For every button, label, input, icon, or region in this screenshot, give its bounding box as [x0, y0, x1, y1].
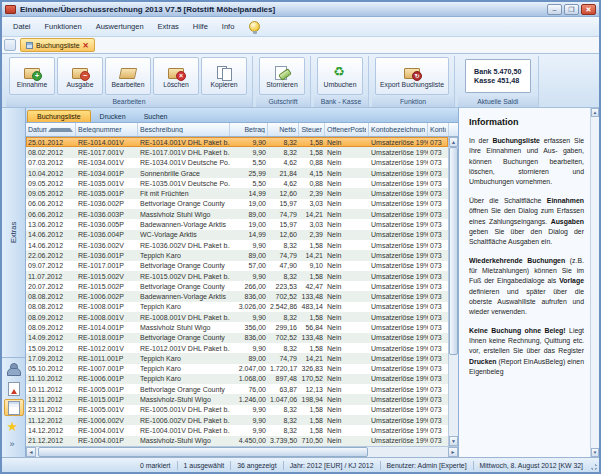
tip-bulb-icon[interactable]: [249, 21, 260, 32]
column-header-beschreibung[interactable]: Beschreibung: [138, 123, 230, 136]
table-row[interactable]: 14.06.2012RE-1036.004PWC-Vorlage Arktis1…: [26, 230, 448, 240]
table-row[interactable]: 14.06.2012RE-1036.002VRE-1036.002V DHL P…: [26, 240, 448, 250]
table-row[interactable]: 10.04.2012RE-1034.001PSonnenbrille Grace…: [26, 168, 448, 178]
cell-datum: 14.06.2012: [26, 241, 76, 250]
loeschen-button[interactable]: Löschen: [153, 57, 199, 95]
user-icon-button[interactable]: [4, 361, 24, 378]
table-row[interactable]: 11.12.2012RE-1006.002VRE-1006.002V DHL P…: [26, 415, 448, 425]
table-row[interactable]: 21.12.2012RE-1004.001PMassivholz-Stuhl W…: [26, 436, 448, 446]
cell-offenerposten: Nein: [325, 344, 369, 353]
cell-steuer: 1,58: [299, 241, 325, 250]
table-row[interactable]: 07.03.2012RE-1034.001VRE-1034.001V Deuts…: [26, 158, 448, 168]
maximize-button[interactable]: ❐: [564, 4, 579, 15]
vertical-scroll-thumb[interactable]: [449, 147, 458, 355]
document-tab-buchungsliste[interactable]: Buchungsliste ✕: [20, 38, 95, 52]
subtab-suchen[interactable]: Suchen: [135, 111, 177, 122]
table-row[interactable]: 11.07.2012RE-1015.002VRE-1015.002V DHL P…: [26, 271, 448, 281]
horizontal-scroll-track[interactable]: [36, 447, 448, 457]
column-header-steuer[interactable]: Steuer: [299, 123, 325, 136]
table-row[interactable]: 14.09.2012RE-1018.001PBettvorlage Orange…: [26, 333, 448, 343]
menu-item-datei[interactable]: Datei: [6, 19, 38, 34]
status-items: 0 markiert1 ausgewählt36 angezeigtJahr: …: [134, 461, 589, 470]
kopieren-button[interactable]: Kopieren: [201, 57, 247, 95]
table-row[interactable]: 09.05.2012RE-1035.001VRE-1035.001V Deuts…: [26, 178, 448, 188]
cell-belegnummer: RE-1012.001V: [76, 344, 138, 353]
cell-beschreibung: RE-1014.001V DHL Paket b...: [138, 138, 230, 147]
column-header-kontobezeichnung[interactable]: Kontobezeichnung: [369, 123, 428, 136]
stornieren-button[interactable]: Stornieren: [259, 57, 305, 95]
umbuchen-button[interactable]: Umbuchen: [317, 57, 363, 95]
cell-datum: 05.10.2012: [26, 364, 76, 373]
document-icon-button[interactable]: [4, 399, 24, 416]
column-header-betrag[interactable]: Betrag: [230, 123, 268, 136]
menu-item-hilfe[interactable]: Hilfe: [186, 19, 215, 34]
scroll-up-icon[interactable]: ▲: [449, 137, 458, 147]
ausgabe-button[interactable]: Ausgabe: [57, 57, 103, 95]
cell-belegnummer: RE-1035.001V: [76, 179, 138, 188]
horizontal-scrollbar[interactable]: ◄ ►: [26, 446, 458, 457]
einnahme-button[interactable]: Einnahme: [9, 57, 55, 95]
scroll-right-icon[interactable]: ►: [448, 447, 458, 457]
menu-item-info[interactable]: Info: [215, 19, 242, 34]
table-row[interactable]: 17.09.2012RE-1011.001PTeppich Karo89,007…: [26, 353, 448, 363]
info-scroll-down-icon[interactable]: ▼: [591, 448, 599, 457]
export-buchungsliste-button[interactable]: Export Buchungsliste: [375, 57, 449, 95]
info-scroll-track[interactable]: [591, 117, 599, 448]
column-header-netto[interactable]: Netto: [268, 123, 299, 136]
info-scrollbar[interactable]: ▲ ▼: [590, 108, 599, 457]
close-button[interactable]: ✕: [581, 4, 596, 15]
table-row[interactable]: 23.11.2012RE-1005.001VRE-1005.001V DHL P…: [26, 405, 448, 415]
table-row[interactable]: 20.07.2012RE-1015.002PBettvorlage Orange…: [26, 281, 448, 291]
horizontal-scroll-thumb[interactable]: [38, 447, 368, 457]
table-row[interactable]: 13.06.2012RE-1036.005PBadewannen-Vorlage…: [26, 219, 448, 229]
table-row[interactable]: 09.05.2012RE-1035.001PFit mit Früchten14…: [26, 188, 448, 198]
table-row[interactable]: 10.11.2012RE-1005.001PBettvorlage Orange…: [26, 384, 448, 394]
cell-konto: 073: [428, 364, 449, 373]
table-row[interactable]: 08.08.2012RE-1006.002PBadewannen-Vorlage…: [26, 291, 448, 301]
scroll-left-icon[interactable]: ◄: [26, 447, 36, 457]
table-row[interactable]: 08.09.2012RE-1008.001VRE-1008.001V DHL P…: [26, 312, 448, 322]
menu-item-auswertungen[interactable]: Auswertungen: [89, 19, 151, 34]
menu-item-funktionen[interactable]: Funktionen: [38, 19, 89, 34]
column-header-offenerposten[interactable]: OffenerPosten: [325, 123, 369, 136]
cell-offenerposten: Nein: [325, 169, 369, 178]
column-header-belegnummer[interactable]: Belegnummer: [76, 123, 138, 136]
info-scroll-up-icon[interactable]: ▲: [591, 108, 599, 117]
table-row[interactable]: 08.02.2012RE-1017.001VRE-1017.001V DHL P…: [26, 147, 448, 157]
table-row[interactable]: 06.06.2012RE-1036.002PBettvorlage Orange…: [26, 199, 448, 209]
table-row[interactable]: 15.09.2012RE-1012.001VRE-1012.001V DHL P…: [26, 343, 448, 353]
report-icon-button[interactable]: [4, 380, 24, 397]
column-header-konto[interactable]: Konto: [428, 123, 449, 136]
tab-scroll-button[interactable]: [4, 39, 16, 51]
cell-konto: 073: [428, 158, 449, 167]
tab-close-icon[interactable]: ✕: [83, 42, 89, 49]
column-header-datum[interactable]: Datum: [26, 123, 76, 136]
subtab-buchungsliste[interactable]: Buchungsliste: [27, 110, 91, 122]
resize-grip[interactable]: [590, 463, 598, 471]
table-row[interactable]: 08.09.2012RE-1014.001PMassivholz Stuhl W…: [26, 322, 448, 332]
cell-offenerposten: Nein: [325, 374, 369, 383]
star-icon-button[interactable]: [4, 418, 24, 435]
cell-offenerposten: Nein: [325, 138, 369, 147]
table-row[interactable]: 13.11.2012RE-1015.001PMassivholz-Stuhl W…: [26, 394, 448, 404]
bearbeiten-button[interactable]: Bearbeiten: [105, 57, 151, 95]
table-row-selected[interactable]: 25.01.2012RE-1014.001VRE-1014.001V DHL P…: [26, 137, 448, 147]
menu-item-extras[interactable]: Extras: [151, 19, 186, 34]
vertical-scrollbar[interactable]: ▲ ▼: [448, 137, 458, 446]
minimize-button[interactable]: –: [547, 4, 562, 15]
table-row[interactable]: 09.07.2012RE-1017.001PBettvorlage Orange…: [26, 261, 448, 271]
table-row[interactable]: 22.06.2012RE-1036.001PTeppich Karo89,007…: [26, 250, 448, 260]
table-row[interactable]: 08.08.2012RE-1008.001PTeppich Karo3.026,…: [26, 302, 448, 312]
cell-kontobezeichnung: Umsatzerlöse 19%: [369, 364, 428, 373]
table-row[interactable]: 14.12.2012RE-1004.001VRE-1004.001V DHL P…: [26, 425, 448, 435]
table-row[interactable]: 05.10.2012RE-1007.001PTeppich Karo2.047,…: [26, 364, 448, 374]
extras-dock-label[interactable]: Extras: [9, 108, 18, 357]
table-row[interactable]: 06.06.2012RE-1036.003PMassivholz Stuhl W…: [26, 209, 448, 219]
subtab-drucken[interactable]: Drucken: [91, 111, 135, 122]
cell-steuer: 9,10: [299, 261, 325, 270]
scroll-down-icon[interactable]: ▼: [449, 436, 458, 446]
table-row[interactable]: 11.10.2012RE-1006.001PTeppich Karo1.068,…: [26, 374, 448, 384]
expand-dock-button[interactable]: [4, 437, 24, 454]
vertical-scroll-track[interactable]: [449, 147, 458, 436]
cell-datum: 13.11.2012: [26, 395, 76, 404]
